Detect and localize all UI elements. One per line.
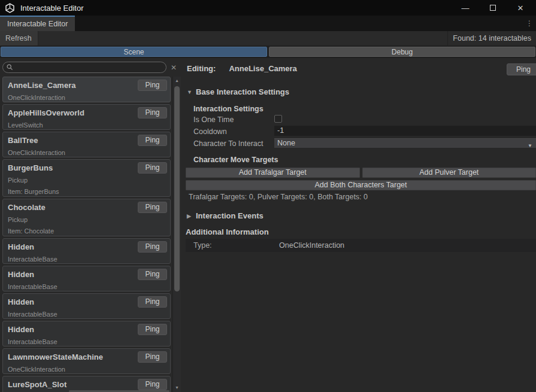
list-item[interactable]: Hidden InteractableBase Ping (2, 293, 171, 319)
item-type-label: Item: Chocolate (8, 227, 165, 235)
base-settings-title: Base Interaction Settings (196, 87, 289, 96)
item-ping-button[interactable]: Ping (138, 80, 167, 91)
item-ping-button[interactable]: Ping (138, 107, 167, 118)
search-row: ✕ (0, 58, 181, 77)
list-item[interactable]: Hidden InteractableBase Ping (2, 238, 171, 264)
item-ping-button[interactable]: Ping (138, 241, 167, 253)
type-value: OneClickInteraction (279, 241, 344, 250)
cooldown-label: Cooldown (193, 127, 227, 136)
list-item[interactable]: BallTree OneClickInteraction Ping (2, 132, 171, 157)
type-label: Type: (193, 241, 279, 250)
item-type-label: LevelSwitch (8, 121, 165, 129)
item-type-label: OneClickInteraction (8, 94, 165, 102)
item-ping-button[interactable]: Ping (138, 135, 167, 146)
add-pulver-target-button[interactable]: Add Pulver Target (362, 168, 536, 178)
item-sublines: InteractableBase (8, 338, 165, 346)
item-sublines: InteractableBase (8, 283, 165, 291)
scroll-up-icon[interactable]: ▲ (173, 78, 181, 83)
item-type-label: InteractableBase (8, 311, 165, 318)
search-box[interactable] (2, 62, 166, 73)
item-ping-button[interactable]: Ping (138, 351, 167, 363)
is-one-time-label: Is One Time (193, 116, 234, 124)
targets-summary-label: Trafalgar Targets: 0, Pulver Targets: 0,… (189, 193, 368, 201)
dropdown-value: None (277, 139, 295, 147)
main-content: ✕ AnneLise_Camera OneClickInteraction Pi… (0, 58, 536, 392)
tab-debug[interactable]: Debug (269, 47, 535, 57)
found-count-label: Found: 14 interactables (447, 31, 536, 45)
kebab-menu-icon[interactable]: ⋮ (523, 16, 536, 31)
item-type-label: InteractableBase (8, 338, 165, 346)
maximize-icon (490, 5, 496, 11)
editing-label: Editing: (187, 64, 216, 73)
item-type-label: OneClickInteraction (8, 366, 165, 373)
item-type-label: OneClickInteraction (8, 149, 165, 157)
character-to-interact-dropdown[interactable]: None ▼ (274, 138, 536, 148)
interaction-events-foldout[interactable]: ▶ Interaction Events (187, 211, 264, 220)
toolbar-spacer (38, 31, 447, 45)
scene-list-panel: ✕ AnneLise_Camera OneClickInteraction Pi… (0, 58, 181, 392)
base-settings-foldout[interactable]: ▼ Base Interaction Settings (187, 87, 289, 96)
editing-row: Editing: AnneLise_Camera (187, 64, 297, 73)
item-type-label: InteractableBase (8, 256, 165, 263)
refresh-button[interactable]: Refresh (0, 31, 38, 45)
item-type-label: Pickup (8, 177, 165, 184)
item-ping-button[interactable]: Ping (138, 296, 167, 308)
window-title: Interactable Editor (20, 4, 84, 13)
foldout-closed-icon: ▶ (187, 213, 192, 219)
move-targets-title: Character Move Targets (193, 156, 278, 164)
item-ping-button[interactable]: Ping (138, 162, 167, 174)
tab-scene[interactable]: Scene (1, 47, 267, 57)
interaction-events-title: Interaction Events (196, 211, 264, 220)
item-type-label: InteractableBase (8, 283, 165, 291)
inspector-panel: Editing: AnneLise_Camera Ping ▼ Base Int… (181, 58, 536, 392)
item-ping-button[interactable]: Ping (138, 379, 167, 390)
editing-ping-button[interactable]: Ping (507, 63, 536, 75)
minimize-button[interactable]: — (456, 0, 475, 16)
tab-interactable-editor[interactable]: Interactable Editor (0, 16, 75, 31)
list-item[interactable]: AnneLise_Camera OneClickInteraction Ping (2, 77, 171, 102)
search-input[interactable] (16, 63, 162, 72)
vertical-scrollbar[interactable]: ▲ ▼ (172, 77, 181, 392)
item-ping-button[interactable]: Ping (138, 324, 167, 335)
item-sublines: OneClickInteraction (8, 149, 165, 157)
list-item[interactable]: Chocolate PickupItem: Chocolate Ping (2, 199, 171, 236)
list-item[interactable]: AppleHillsOverworld LevelSwitch Ping (2, 104, 171, 130)
item-sublines: OneClickInteraction (8, 94, 165, 102)
item-ping-button[interactable]: Ping (138, 202, 167, 213)
interaction-settings-title: Interaction Settings (193, 105, 264, 113)
scrollbar-thumb[interactable] (174, 86, 180, 291)
list-item[interactable]: LureSpotA_Slot Ping (2, 376, 171, 392)
item-sublines: InteractableBase (8, 256, 165, 263)
item-sublines: InteractableBase (8, 311, 165, 318)
add-trafalgar-target-button[interactable]: Add Trafalgar Target (186, 168, 360, 178)
additional-information-title: Additional Information (186, 227, 269, 236)
item-sublines: PickupItem: BurgerBuns (8, 177, 165, 196)
maximize-button[interactable] (483, 0, 502, 16)
item-ping-button[interactable]: Ping (138, 269, 167, 280)
window-titlebar: Interactable Editor — ✕ (0, 0, 536, 16)
close-button[interactable]: ✕ (511, 0, 530, 16)
unity-cube-icon (5, 3, 15, 13)
list-item[interactable]: BurgerBuns PickupItem: BurgerBuns Ping (2, 159, 171, 197)
list-item[interactable]: Hidden InteractableBase Ping (2, 321, 171, 347)
scroll-down-icon[interactable]: ▼ (173, 385, 181, 390)
item-sublines: LevelSwitch (8, 121, 165, 129)
view-tabs: Scene Debug (0, 46, 536, 58)
add-both-targets-button[interactable]: Add Both Characters Target (186, 180, 536, 190)
list-item[interactable]: LawnmowerStateMachine OneClickInteractio… (2, 348, 171, 374)
window-controls: — ✕ (447, 0, 530, 16)
add-target-button-row: Add Trafalgar Target Add Pulver Target (186, 168, 536, 178)
is-one-time-checkbox[interactable] (274, 115, 282, 123)
item-sublines: OneClickInteraction (8, 366, 165, 373)
interactable-editor-window: Interactable Editor — ✕ Interactable Edi… (0, 0, 536, 392)
cooldown-field[interactable]: -1 (274, 126, 536, 136)
search-icon (7, 64, 13, 71)
list-item[interactable]: Hidden InteractableBase Ping (2, 266, 171, 291)
editor-tabbar: Interactable Editor ⋮ (0, 16, 536, 31)
foldout-open-icon: ▼ (187, 89, 192, 95)
item-type-label: Item: BurgerBuns (8, 188, 165, 196)
interactable-list: AnneLise_Camera OneClickInteraction Ping… (0, 77, 171, 392)
chevron-down-icon: ▼ (528, 141, 532, 150)
search-clear-icon[interactable]: ✕ (166, 63, 181, 72)
item-sublines: PickupItem: Chocolate (8, 216, 165, 235)
